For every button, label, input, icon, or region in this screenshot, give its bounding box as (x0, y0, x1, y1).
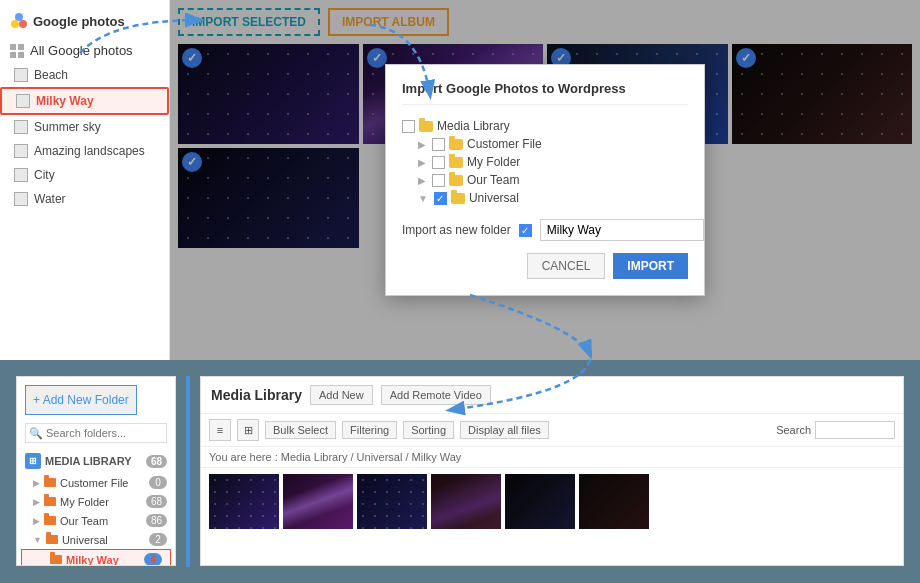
import-folder-label: Import as new folder (402, 223, 511, 237)
sidebar-item-beach[interactable]: Beach (0, 63, 169, 87)
media-library-badge: 68 (146, 455, 167, 468)
svg-rect-4 (18, 44, 24, 50)
wp-left-panel: + Add New Folder 🔍 ⊞ MEDIA LIBRARY 68 ▶ … (16, 376, 176, 566)
wp-folder-our-team[interactable]: ▶ Our Team 86 (17, 511, 175, 530)
app-title-text: Google photos (33, 14, 125, 29)
wp-photo-3[interactable] (357, 474, 427, 529)
tree-check-my-folder[interactable] (432, 156, 445, 169)
folder-icon-customer-file (449, 139, 463, 150)
expand-uni: ▼ (33, 535, 42, 545)
cf-label: Customer File (60, 477, 128, 489)
cf-badge: 0 (149, 476, 167, 489)
summer-sky-label: Summer sky (34, 120, 101, 134)
sidebar-item-water[interactable]: Water (0, 187, 169, 211)
svg-point-0 (15, 13, 23, 21)
city-icon (14, 168, 28, 182)
all-photos-label: All Google photos (30, 43, 133, 58)
tree-item-universal[interactable]: ▼ ✓ Universal (402, 189, 688, 207)
expand-ot: ▶ (33, 516, 40, 526)
sidebar-item-all-photos[interactable]: All Google photos (0, 38, 169, 63)
svg-rect-6 (18, 52, 24, 58)
tree-item-my-folder[interactable]: ▶ My Folder (402, 153, 688, 171)
add-folder-button[interactable]: + Add New Folder (25, 385, 137, 415)
expand-icon-2: ▶ (418, 157, 426, 168)
bulk-select-button[interactable]: Bulk Select (265, 421, 336, 439)
amazing-landscapes-label: Amazing landscapes (34, 144, 145, 158)
svg-rect-3 (10, 44, 16, 50)
sorting-button[interactable]: Sorting (403, 421, 454, 439)
display-all-button[interactable]: Display all files (460, 421, 549, 439)
wp-photo-5[interactable] (505, 474, 575, 529)
tree-item-our-team[interactable]: ▶ Our Team (402, 171, 688, 189)
sidebar-item-amazing-landscapes[interactable]: Amazing landscapes (0, 139, 169, 163)
list-view-icon[interactable]: ≡ (209, 419, 231, 441)
expand-icon-1: ▶ (418, 139, 426, 150)
wp-mw-2 (283, 474, 353, 529)
milky-way-label: Milky Way (36, 94, 94, 108)
sidebar-item-summer-sky[interactable]: Summer sky (0, 115, 169, 139)
svg-point-2 (11, 20, 19, 28)
folder-mini-mw (50, 555, 62, 564)
svg-point-1 (19, 20, 27, 28)
wp-folder-customer-file[interactable]: ▶ Customer File 0 (17, 473, 175, 492)
filtering-button[interactable]: Filtering (342, 421, 397, 439)
wp-main-panel: Media Library Add New Add Remote Video ≡… (200, 376, 904, 566)
tree-check-universal[interactable]: ✓ (434, 192, 447, 205)
main-search-input[interactable] (815, 421, 895, 439)
wp-folder-milky-way[interactable]: Milky Way 4 (21, 549, 171, 566)
wp-main-header: Media Library Add New Add Remote Video (201, 377, 903, 414)
milky-way-icon (16, 94, 30, 108)
tree-item-customer-file[interactable]: ▶ Customer File (402, 135, 688, 153)
import-button[interactable]: IMPORT (613, 253, 688, 279)
folder-icon-our-team (449, 175, 463, 186)
tree-check-our-team[interactable] (432, 174, 445, 187)
media-library-section-icon: ⊞ (25, 453, 41, 469)
wp-mw-4 (431, 474, 501, 529)
import-folder-row: Import as new folder ✓ (402, 219, 688, 241)
tree-label-our-team: Our Team (467, 173, 519, 187)
tree-label-my-folder: My Folder (467, 155, 520, 169)
beach-label: Beach (34, 68, 68, 82)
tree-check-customer-file[interactable] (432, 138, 445, 151)
grid-icon (10, 44, 24, 58)
wp-folder-universal[interactable]: ▼ Universal 2 (17, 530, 175, 549)
modal-title: Import Google Photos to Wordpress (402, 81, 688, 105)
folder-mini-ot (44, 516, 56, 525)
ot-label: Our Team (60, 515, 108, 527)
sidebar-item-milky-way[interactable]: Milky Way (0, 87, 169, 115)
folder-icon-media-library (419, 121, 433, 132)
search-folders-input[interactable] (25, 423, 167, 443)
expand-icon-3: ▶ (418, 175, 426, 186)
media-library-label: MEDIA LIBRARY (45, 455, 132, 467)
import-modal: Import Google Photos to Wordpress Media … (385, 64, 705, 296)
wp-main-title: Media Library (211, 387, 302, 403)
folder-name-input[interactable] (540, 219, 704, 241)
city-label: City (34, 168, 55, 182)
google-photos-icon (10, 12, 28, 30)
tree-label-customer-file: Customer File (467, 137, 542, 151)
wp-photo-6[interactable] (579, 474, 649, 529)
sidebar-item-city[interactable]: City (0, 163, 169, 187)
bottom-section: + Add New Folder 🔍 ⊞ MEDIA LIBRARY 68 ▶ … (0, 360, 920, 583)
wp-stars-1 (209, 474, 279, 529)
add-remote-video-button[interactable]: Add Remote Video (381, 385, 491, 405)
wp-folder-my-folder[interactable]: ▶ My Folder 68 (17, 492, 175, 511)
cancel-button[interactable]: CANCEL (527, 253, 606, 279)
tree-item-media-library[interactable]: Media Library (402, 117, 688, 135)
wp-photo-4[interactable] (431, 474, 501, 529)
water-icon (14, 192, 28, 206)
summer-sky-icon (14, 120, 28, 134)
uni-badge: 2 (149, 533, 167, 546)
add-new-button[interactable]: Add New (310, 385, 373, 405)
tree-check-media-library[interactable] (402, 120, 415, 133)
top-section: Google photos All Google photos Beach Mi… (0, 0, 920, 360)
modal-buttons: CANCEL IMPORT (402, 253, 688, 279)
folder-mini-uni (46, 535, 58, 544)
grid-view-icon[interactable]: ⊞ (237, 419, 259, 441)
wp-photo-2[interactable] (283, 474, 353, 529)
svg-rect-5 (10, 52, 16, 58)
modal-tree: Media Library ▶ Customer File ▶ My (402, 117, 688, 207)
wp-photo-1[interactable] (209, 474, 279, 529)
import-folder-checkbox[interactable]: ✓ (519, 224, 532, 237)
vertical-divider (186, 376, 190, 567)
